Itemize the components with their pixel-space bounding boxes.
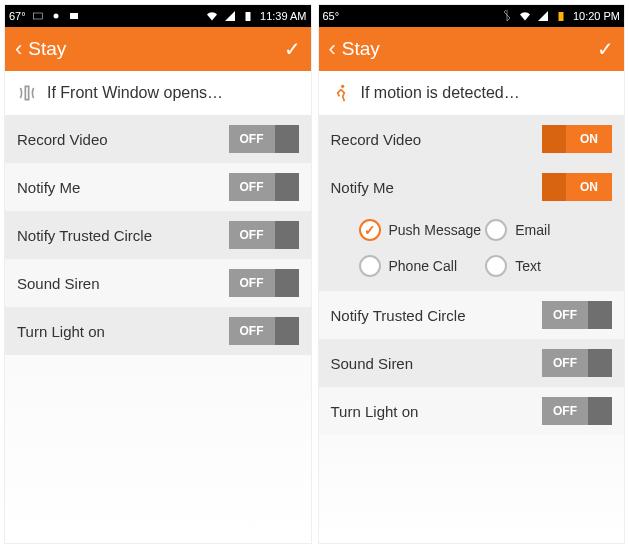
option-label: Text bbox=[515, 258, 541, 274]
svg-rect-2 bbox=[70, 13, 78, 19]
toggle-notify-trusted[interactable]: OFF bbox=[542, 301, 612, 329]
notify-options: Push Message Email Phone Call Text bbox=[319, 211, 625, 291]
row-label: Record Video bbox=[17, 131, 108, 148]
radio-icon[interactable] bbox=[485, 255, 507, 277]
row-notify-trusted-circle: Notify Trusted Circle OFF bbox=[319, 291, 625, 339]
radio-icon[interactable] bbox=[359, 219, 381, 241]
option-text[interactable]: Text bbox=[485, 255, 612, 277]
status-bar: 67° 11:39 AM bbox=[5, 5, 311, 27]
condition-row: If motion is detected… bbox=[319, 71, 625, 115]
svg-rect-4 bbox=[558, 12, 563, 21]
row-notify-trusted-circle: Notify Trusted Circle OFF bbox=[5, 211, 311, 259]
toggle-notify-me[interactable]: OFF bbox=[229, 173, 299, 201]
empty-space bbox=[5, 355, 311, 543]
signal-icon bbox=[537, 10, 549, 22]
row-label: Notify Me bbox=[331, 179, 394, 196]
notif-icon bbox=[50, 10, 62, 22]
condition-text: If motion is detected… bbox=[361, 84, 520, 102]
row-sound-siren: Sound Siren OFF bbox=[5, 259, 311, 307]
header-title: Stay bbox=[28, 38, 66, 60]
toggle-notify-me[interactable]: ON bbox=[542, 173, 612, 201]
condition-row: If Front Window opens… bbox=[5, 71, 311, 115]
screen-left: 67° 11:39 AM ‹ Stay ✓ If Front Window op… bbox=[4, 4, 312, 544]
action-list: Record Video ON Notify Me ON Push Messag… bbox=[319, 115, 625, 435]
row-turn-light-on: Turn Light on OFF bbox=[319, 387, 625, 435]
row-record-video: Record Video ON bbox=[319, 115, 625, 163]
toggle-sound-siren[interactable]: OFF bbox=[229, 269, 299, 297]
temp-indicator: 67° bbox=[9, 10, 26, 22]
back-chevron-icon[interactable]: ‹ bbox=[329, 38, 336, 60]
toggle-turn-light[interactable]: OFF bbox=[229, 317, 299, 345]
wifi-icon bbox=[519, 10, 531, 22]
svg-rect-0 bbox=[33, 13, 42, 19]
temp-indicator: 65° bbox=[323, 10, 340, 22]
toggle-record-video[interactable]: ON bbox=[542, 125, 612, 153]
notif-icon bbox=[68, 10, 80, 22]
toggle-sound-siren[interactable]: OFF bbox=[542, 349, 612, 377]
battery-icon bbox=[242, 10, 254, 22]
option-email[interactable]: Email bbox=[485, 219, 612, 241]
sensor-icon bbox=[17, 83, 37, 103]
row-label: Sound Siren bbox=[17, 275, 100, 292]
svg-rect-3 bbox=[246, 12, 251, 21]
confirm-check-icon[interactable]: ✓ bbox=[597, 37, 614, 61]
option-push-message[interactable]: Push Message bbox=[359, 219, 486, 241]
app-header: ‹ Stay ✓ bbox=[5, 27, 311, 71]
option-label: Email bbox=[515, 222, 550, 238]
svg-point-5 bbox=[341, 85, 344, 88]
option-phone-call[interactable]: Phone Call bbox=[359, 255, 486, 277]
toggle-record-video[interactable]: OFF bbox=[229, 125, 299, 153]
motion-icon bbox=[331, 83, 351, 103]
condition-text: If Front Window opens… bbox=[47, 84, 223, 102]
row-label: Notify Me bbox=[17, 179, 80, 196]
row-notify-me: Notify Me ON bbox=[319, 163, 625, 211]
toggle-notify-trusted[interactable]: OFF bbox=[229, 221, 299, 249]
row-label: Turn Light on bbox=[331, 403, 419, 420]
row-notify-me: Notify Me OFF bbox=[5, 163, 311, 211]
bluetooth-icon bbox=[501, 10, 513, 22]
clock: 10:20 PM bbox=[573, 10, 620, 22]
option-label: Push Message bbox=[389, 222, 482, 238]
row-label: Record Video bbox=[331, 131, 422, 148]
signal-icon bbox=[224, 10, 236, 22]
row-label: Notify Trusted Circle bbox=[17, 227, 152, 244]
app-header: ‹ Stay ✓ bbox=[319, 27, 625, 71]
clock: 11:39 AM bbox=[260, 10, 306, 22]
wifi-icon bbox=[206, 10, 218, 22]
option-label: Phone Call bbox=[389, 258, 458, 274]
header-title: Stay bbox=[342, 38, 380, 60]
action-list: Record Video OFF Notify Me OFF Notify Tr… bbox=[5, 115, 311, 355]
radio-icon[interactable] bbox=[359, 255, 381, 277]
row-sound-siren: Sound Siren OFF bbox=[319, 339, 625, 387]
toggle-turn-light[interactable]: OFF bbox=[542, 397, 612, 425]
row-record-video: Record Video OFF bbox=[5, 115, 311, 163]
status-bar: 65° 10:20 PM bbox=[319, 5, 625, 27]
row-label: Notify Trusted Circle bbox=[331, 307, 466, 324]
row-turn-light-on: Turn Light on OFF bbox=[5, 307, 311, 355]
notif-icon bbox=[32, 10, 44, 22]
empty-space bbox=[319, 435, 625, 543]
back-chevron-icon[interactable]: ‹ bbox=[15, 38, 22, 60]
confirm-check-icon[interactable]: ✓ bbox=[284, 37, 301, 61]
battery-icon bbox=[555, 10, 567, 22]
row-label: Turn Light on bbox=[17, 323, 105, 340]
radio-icon[interactable] bbox=[485, 219, 507, 241]
screen-right: 65° 10:20 PM ‹ Stay ✓ If motion is detec… bbox=[318, 4, 626, 544]
svg-point-1 bbox=[53, 14, 58, 19]
row-label: Sound Siren bbox=[331, 355, 414, 372]
